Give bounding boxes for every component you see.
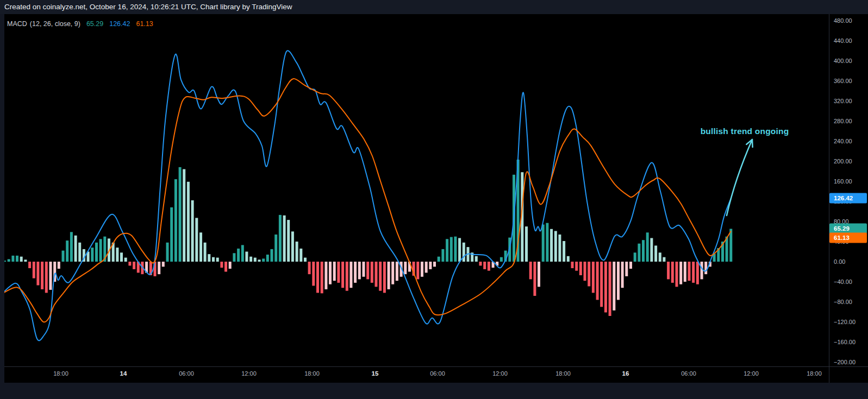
chart-pane[interactable]: [4, 14, 829, 366]
chart-window: Created on coinalyze.net, October 16, 20…: [0, 0, 868, 399]
price-scale[interactable]: [829, 14, 868, 366]
footer-bar: Coinalyze: [0, 383, 868, 399]
time-scale[interactable]: [4, 366, 829, 383]
